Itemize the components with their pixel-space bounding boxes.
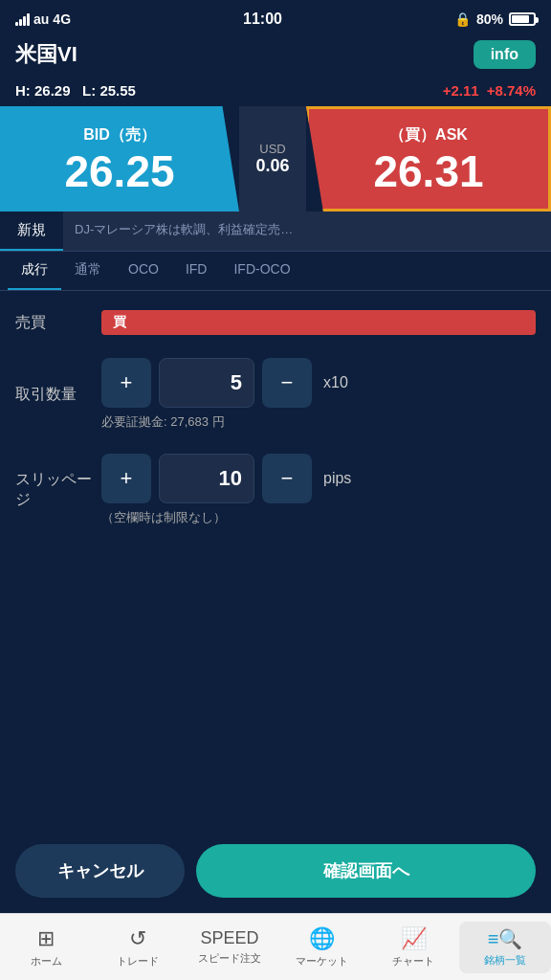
slippage-increase-button[interactable]: + (101, 454, 151, 503)
bid-ask-container: BID（売） 26.25 USD 0.06 （買）ASK 26.31 (0, 106, 551, 212)
nav-watchlist[interactable]: ≡🔍 銘柄一覧 (459, 922, 551, 973)
spread-value: 0.06 (255, 156, 289, 176)
cancel-button[interactable]: キャンセル (15, 844, 185, 898)
change-abs: +2.11 (443, 82, 479, 99)
status-time: 11:00 (243, 11, 282, 28)
action-buttons: キャンセル 確認画面へ (0, 829, 551, 913)
nav-market[interactable]: 🌐 マーケット (276, 921, 367, 974)
ask-price: 26.31 (373, 149, 483, 193)
quantity-input[interactable] (159, 358, 254, 408)
low-label: L: (82, 82, 96, 99)
ask-panel[interactable]: （買）ASK 26.31 (306, 106, 551, 212)
tab-ifd[interactable]: IFD (172, 252, 221, 290)
trade-label: 売買 (15, 313, 101, 333)
spread-panel: USD 0.06 (239, 106, 306, 212)
bottom-nav: ⊞ ホーム ↺ トレード SPEED スピード注文 🌐 マーケット 📈 チャート… (0, 913, 551, 980)
trade-direction-row: 売買 買 (15, 310, 536, 335)
battery-icon (509, 12, 536, 26)
confirm-button[interactable]: 確認画面へ (196, 844, 536, 898)
nav-trade[interactable]: ↺ トレード (92, 921, 184, 974)
change-pct: +8.74% (487, 82, 536, 99)
quantity-label: 取引数量 (15, 385, 101, 405)
nav-market-label: マーケット (296, 954, 348, 969)
status-signal: au 4G (15, 11, 71, 27)
header: 米国VI info (0, 34, 551, 78)
chart-icon: 📈 (401, 926, 427, 951)
signal-bars-icon (15, 12, 30, 26)
trade-icon: ↺ (129, 926, 146, 951)
tab-ifd-oco[interactable]: IFD-OCO (220, 252, 303, 290)
info-button[interactable]: info (474, 40, 536, 69)
slippage-decrease-button[interactable]: − (262, 454, 312, 503)
bid-panel[interactable]: BID（売） 26.25 (0, 106, 239, 212)
nav-watchlist-label: 銘柄一覧 (484, 953, 526, 968)
price-bar: H: 26.29 L: 25.55 +2.11 +8.74% (0, 78, 551, 106)
nav-speed-order[interactable]: SPEED スピード注文 (184, 923, 276, 971)
price-changes: +2.11 +8.74% (443, 82, 536, 99)
lock-icon: 🔒 (454, 11, 471, 27)
slippage-note: （空欄時は制限なし） (101, 509, 536, 526)
quantity-decrease-button[interactable]: − (262, 358, 312, 408)
watchlist-icon: ≡🔍 (488, 927, 523, 950)
high-label: H: (15, 82, 31, 99)
slippage-row: スリッページ + − pips （空欄時は制限なし） (15, 454, 536, 526)
bid-price: 26.25 (64, 149, 174, 193)
tab-new-order[interactable]: 新規 (0, 212, 63, 251)
slippage-unit: pips (323, 470, 351, 487)
slippage-input[interactable] (159, 454, 254, 503)
tab-limit[interactable]: 通常 (61, 252, 115, 290)
network-label: 4G (53, 11, 71, 27)
status-bar: au 4G 11:00 🔒 80% (0, 0, 551, 34)
trade-direction-content: 買 (101, 310, 536, 335)
quantity-increase-button[interactable]: + (101, 358, 151, 408)
nav-home-label: ホーム (31, 954, 62, 969)
nav-home[interactable]: ⊞ ホーム (0, 921, 92, 974)
speed-order-icon: SPEED (200, 928, 258, 948)
slippage-content: + − pips （空欄時は制限なし） (101, 454, 536, 526)
trade-direction-badge: 買 (101, 310, 536, 335)
margin-info: 必要証拠金: 27,683 円 (101, 413, 536, 431)
bid-label: BID（売） (83, 125, 156, 145)
carrier-label: au (33, 11, 49, 27)
order-type-tabs: 成行 通常 OCO IFD IFD-OCO (0, 252, 551, 291)
order-form: 売買 買 取引数量 + − x10 必要証拠金: 27,683 円 スリッページ… (0, 291, 551, 829)
nav-speed-label: スピード注文 (198, 951, 261, 966)
page-title: 米国VI (15, 40, 77, 69)
slippage-label: スリッページ (15, 470, 101, 510)
tab-oco[interactable]: OCO (115, 252, 172, 290)
nav-trade-label: トレード (117, 954, 159, 969)
high-value: 26.29 (34, 82, 71, 99)
quantity-stepper-row: + − x10 (101, 358, 536, 408)
quantity-content: + − x10 必要証拠金: 27,683 円 (101, 358, 536, 431)
quantity-unit: x10 (323, 374, 348, 391)
ask-label: （買）ASK (389, 125, 468, 145)
battery-percent: 80% (476, 11, 503, 27)
high-low: H: 26.29 L: 25.55 (15, 82, 136, 99)
market-icon: 🌐 (309, 926, 335, 951)
home-icon: ⊞ (37, 926, 55, 951)
spread-currency: USD (259, 142, 285, 156)
slippage-stepper-row: + − pips (101, 454, 536, 503)
status-right: 🔒 80% (454, 11, 536, 27)
low-value: 25.55 (99, 82, 136, 99)
nav-chart-label: チャート (392, 954, 434, 969)
news-ticker: DJ-マレーシア株は軟調、利益確定売… (63, 212, 551, 251)
main-tabs: 新規 DJ-マレーシア株は軟調、利益確定売… (0, 212, 551, 252)
quantity-row: 取引数量 + − x10 必要証拠金: 27,683 円 (15, 358, 536, 431)
tab-market[interactable]: 成行 (8, 252, 61, 290)
nav-chart[interactable]: 📈 チャート (367, 921, 459, 974)
